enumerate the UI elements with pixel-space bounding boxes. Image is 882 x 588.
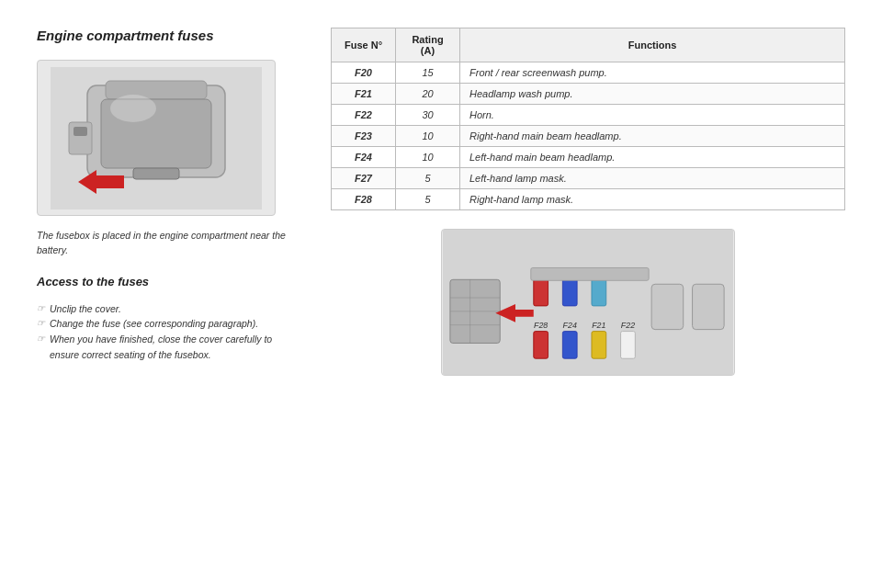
col-header-functions: Functions [460,28,845,62]
svg-rect-19 [534,278,548,306]
svg-text:F24: F24 [563,321,577,330]
svg-rect-32 [531,267,649,280]
fuse-function: Horn. [460,105,845,126]
access-step-2: Change the fuse (see corresponding parag… [37,316,303,332]
fuse-number: F27 [332,168,396,189]
fuse-function: Right-hand lamp mask. [460,189,845,210]
fuse-number: F23 [332,126,396,147]
fuse-function: Left-hand main beam headlamp. [460,147,845,168]
fuse-rating: 10 [396,126,460,147]
col-header-fuse: Fuse N° [332,28,396,62]
access-step-3: When you have finished, close the cover … [37,332,303,363]
fuse-diagram: F27 F20 F23 F28 F24 F21 F22 [441,229,735,376]
svg-rect-29 [621,332,636,359]
fuse-number: F24 [332,147,396,168]
table-row: F275Left-hand lamp mask. [332,168,845,189]
svg-rect-4 [133,168,179,179]
table-row: F2230Horn. [332,105,845,126]
svg-text:F21: F21 [592,321,605,330]
svg-rect-21 [592,278,606,306]
access-title: Access to the fuses [37,275,303,288]
svg-point-5 [110,95,156,122]
fuse-function: Headlamp wash pump. [460,84,845,105]
fuse-table: Fuse N° Rating (A) Functions F2015Front … [331,28,845,210]
table-row: F285Right-hand lamp mask. [332,189,845,210]
fuse-number: F20 [332,62,396,84]
table-row: F2120Headlamp wash pump. [332,84,845,105]
left-column: Engine compartment fuses [37,28,303,560]
svg-text:F28: F28 [534,321,548,330]
fuse-rating: 20 [396,84,460,105]
access-list: Unclip the cover. Change the fuse (see c… [37,301,303,363]
fuse-function: Left-hand lamp mask. [460,168,845,189]
fuse-rating: 5 [396,168,460,189]
fuse-number: F21 [332,84,396,105]
svg-rect-27 [562,332,577,359]
fuse-caption: The fusebox is placed in the engine comp… [37,229,303,258]
section-title: Engine compartment fuses [37,28,303,43]
svg-text:F22: F22 [621,321,635,330]
fuse-number: F22 [332,105,396,126]
fuse-rating: 5 [396,189,460,210]
svg-rect-26 [534,332,548,359]
svg-rect-7 [74,127,87,136]
fuse-illustration [51,67,262,209]
fuse-number: F28 [332,189,396,210]
fuse-rating: 15 [396,62,460,84]
table-row: F2410Left-hand main beam headlamp. [332,147,845,168]
fuse-photo [37,60,276,216]
fuse-function: Right-hand main beam headlamp. [460,126,845,147]
svg-rect-20 [562,278,577,306]
col-header-rating: Rating (A) [396,28,460,62]
fuse-rating: 30 [396,105,460,126]
table-row: F2310Right-hand main beam headlamp. [332,126,845,147]
access-step-1: Unclip the cover. [37,301,303,317]
svg-rect-30 [651,284,684,329]
fuse-diagram-svg: F27 F20 F23 F28 F24 F21 F22 [442,230,734,375]
svg-rect-2 [106,81,207,99]
svg-rect-31 [693,284,725,329]
table-row: F2015Front / rear screenwash pump. [332,62,845,84]
fuse-function: Front / rear screenwash pump. [460,62,845,84]
svg-rect-28 [592,332,606,359]
fuse-rating: 10 [396,147,460,168]
right-column: Fuse N° Rating (A) Functions F2015Front … [331,28,845,560]
